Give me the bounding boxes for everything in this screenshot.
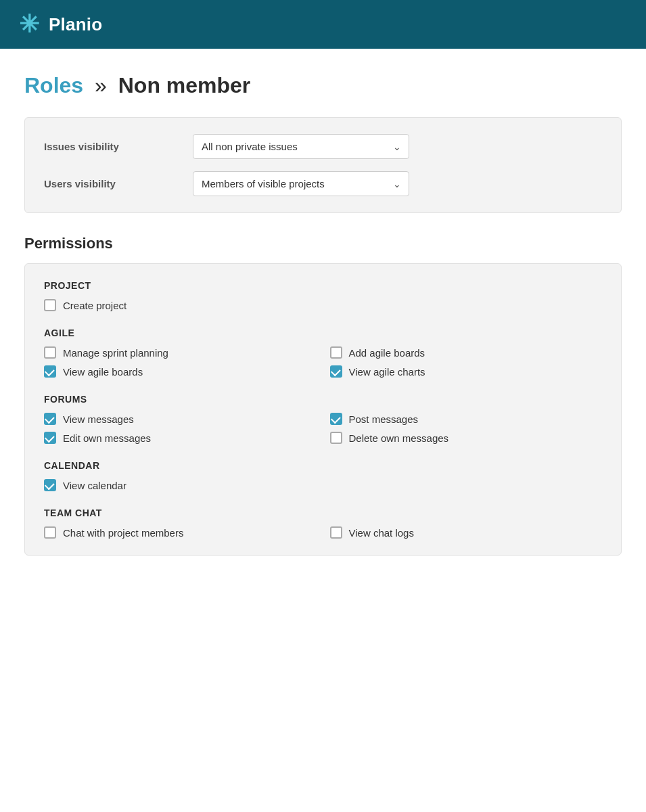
main-content: Roles » Non member Issues visibility All…	[0, 49, 646, 580]
perm-section-forums: FORUMS View messages Post messages Edit …	[44, 394, 602, 444]
breadcrumb-separator: »	[95, 73, 107, 97]
perm-section-agile: AGILE Manage sprint planning Add agile b…	[44, 328, 602, 378]
users-visibility-row: Users visibility Members of visible proj…	[44, 171, 602, 196]
perm-grid-forums: View messages Post messages Edit own mes…	[44, 413, 602, 444]
perm-section-team-chat-title: TEAM CHAT	[44, 508, 602, 518]
perm-item-view-chat-logs: View chat logs	[330, 526, 603, 539]
perm-label-view-messages: View messages	[63, 413, 134, 425]
perm-label-delete-own-messages: Delete own messages	[349, 432, 449, 444]
perm-label-add-agile-boards: Add agile boards	[349, 347, 425, 359]
users-visibility-label: Users visibility	[44, 178, 179, 189]
perm-item-post-messages: Post messages	[330, 413, 603, 425]
perm-checkbox-view-agile-charts[interactable]	[330, 365, 342, 378]
perm-checkbox-manage-sprint[interactable]	[44, 346, 56, 359]
perm-checkbox-add-agile-boards[interactable]	[330, 346, 342, 359]
users-visibility-select[interactable]: Members of visible projects All active u…	[193, 171, 409, 196]
perm-checkbox-view-calendar[interactable]	[44, 479, 56, 491]
breadcrumb-current: Non member	[118, 73, 251, 97]
perm-label-manage-sprint: Manage sprint planning	[63, 347, 168, 359]
perm-label-view-agile-charts: View agile charts	[349, 366, 425, 378]
perm-section-project: PROJECT Create project	[44, 280, 602, 311]
perm-checkbox-edit-own-messages[interactable]	[44, 432, 56, 444]
perm-label-create-project: Create project	[63, 300, 126, 311]
perm-section-team-chat: TEAM CHAT Chat with project members View…	[44, 508, 602, 539]
perm-section-agile-title: AGILE	[44, 328, 602, 338]
perm-checkbox-view-agile-boards[interactable]	[44, 365, 56, 378]
permissions-card: PROJECT Create project AGILE Manage spri…	[24, 263, 622, 556]
perm-item-chat-with-members: Chat with project members	[44, 526, 317, 539]
app-logo-icon: ✳	[19, 12, 39, 37]
perm-item-manage-sprint: Manage sprint planning	[44, 346, 317, 359]
page-title: Roles » Non member	[24, 73, 622, 98]
perm-grid-project: Create project	[44, 299, 602, 311]
perm-section-forums-title: FORUMS	[44, 394, 602, 405]
app-header: ✳ Planio	[0, 0, 646, 49]
perm-checkbox-delete-own-messages[interactable]	[330, 432, 342, 444]
perm-label-view-agile-boards: View agile boards	[63, 366, 143, 378]
perm-grid-agile: Manage sprint planning Add agile boards …	[44, 346, 602, 378]
perm-checkbox-view-chat-logs[interactable]	[330, 526, 342, 539]
perm-item-create-project: Create project	[44, 299, 602, 311]
perm-item-view-calendar: View calendar	[44, 479, 602, 491]
perm-grid-calendar: View calendar	[44, 479, 602, 491]
perm-item-add-agile-boards: Add agile boards	[330, 346, 603, 359]
settings-card: Issues visibility All non private issues…	[24, 117, 622, 213]
perm-section-calendar-title: CALENDAR	[44, 460, 602, 471]
perm-item-delete-own-messages: Delete own messages	[330, 432, 603, 444]
perm-grid-team-chat: Chat with project members View chat logs	[44, 526, 602, 539]
perm-item-view-agile-charts: View agile charts	[330, 365, 603, 378]
issues-visibility-label: Issues visibility	[44, 141, 179, 152]
perm-label-view-chat-logs: View chat logs	[349, 527, 414, 539]
perm-checkbox-post-messages[interactable]	[330, 413, 342, 425]
breadcrumb-roles-link[interactable]: Roles	[24, 73, 83, 97]
perm-label-chat-with-members: Chat with project members	[63, 527, 183, 539]
perm-label-post-messages: Post messages	[349, 413, 419, 425]
app-name: Planio	[49, 14, 102, 35]
issues-visibility-row: Issues visibility All non private issues…	[44, 134, 602, 159]
perm-section-calendar: CALENDAR View calendar	[44, 460, 602, 491]
issues-visibility-select-wrapper: All non private issues All issues Issues…	[193, 134, 409, 159]
perm-item-view-agile-boards: View agile boards	[44, 365, 317, 378]
perm-label-edit-own-messages: Edit own messages	[63, 432, 151, 444]
perm-item-view-messages: View messages	[44, 413, 317, 425]
issues-visibility-select[interactable]: All non private issues All issues Issues…	[193, 134, 409, 159]
perm-label-view-calendar: View calendar	[63, 480, 126, 491]
perm-section-project-title: PROJECT	[44, 280, 602, 291]
perm-item-edit-own-messages: Edit own messages	[44, 432, 317, 444]
perm-checkbox-create-project[interactable]	[44, 299, 56, 311]
permissions-title: Permissions	[24, 235, 622, 252]
perm-checkbox-view-messages[interactable]	[44, 413, 56, 425]
users-visibility-select-wrapper: Members of visible projects All active u…	[193, 171, 409, 196]
perm-checkbox-chat-with-members[interactable]	[44, 526, 56, 539]
